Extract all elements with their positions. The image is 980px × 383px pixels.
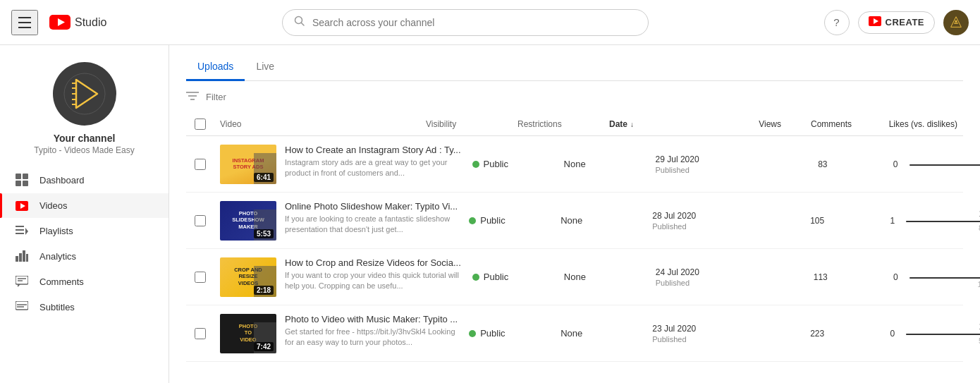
- svg-rect-18: [16, 181, 21, 186]
- visibility-dot: [469, 217, 476, 224]
- likes-count: 5 likes: [906, 336, 980, 345]
- date-secondary: Published: [656, 166, 757, 174]
- channel-name: Your channel: [54, 133, 116, 144]
- restrictions-cell: None: [555, 328, 647, 339]
- menu-button[interactable]: [11, 10, 38, 35]
- likes-percentage: 100%: [906, 209, 980, 219]
- search-input[interactable]: [312, 17, 637, 28]
- svg-rect-26: [16, 256, 18, 262]
- table-row: PHOTOTOVIDEO 7:42 Photo to Video with Mu…: [186, 305, 963, 362]
- header-comments-col: Comments: [787, 119, 857, 129]
- video-description: If you want to crop your video this quic…: [285, 270, 461, 292]
- sidebar-item-subtitles[interactable]: Subtitles: [0, 294, 169, 320]
- date-secondary: Published: [652, 222, 754, 231]
- svg-rect-28: [23, 250, 25, 262]
- visibility-text: Public: [484, 159, 508, 169]
- main-content: Uploads Live Video Visibility Restrictio…: [169, 45, 980, 383]
- visibility-cell: Public: [467, 272, 558, 282]
- likes-cell: 100% 5 likes: [900, 322, 980, 345]
- dashboard-icon: [14, 174, 30, 186]
- header-likes-col: Likes (vs. dislikes): [857, 119, 963, 129]
- visibility-dot: [472, 274, 479, 281]
- youtube-icon: [49, 15, 71, 30]
- header-left: Studio: [11, 10, 106, 35]
- likes-percentage: 100%: [906, 322, 980, 332]
- likes-bar: [909, 277, 980, 279]
- likes-fill: [906, 221, 980, 222]
- row-checkbox[interactable]: [195, 272, 206, 283]
- video-description: Get started for free - https://bit.ly/3h…: [285, 327, 458, 348]
- likes-cell: 100% 10 likes: [904, 265, 980, 288]
- visibility-text: Public: [484, 272, 508, 282]
- header-restrictions-col: Restrictions: [512, 119, 604, 129]
- video-cell: INSTAGRAMSTORY ADS 6:41 How to Create an…: [214, 145, 467, 184]
- comments-cell: 0: [833, 159, 904, 169]
- video-thumbnail[interactable]: PHOTOTOVIDEO 7:42: [220, 314, 276, 353]
- header: Studio ? CREATE: [0, 0, 980, 45]
- channel-avatar[interactable]: [53, 62, 116, 126]
- date-primary: 28 Jul 2020: [652, 211, 754, 221]
- sidebar-label-subtitles: Subtitles: [39, 302, 75, 312]
- tab-live[interactable]: Live: [245, 54, 286, 81]
- search-bar: [106, 9, 823, 36]
- channel-info: Your channel Typito - Videos Made Easy: [23, 45, 146, 166]
- sort-icon: ↓: [630, 121, 634, 128]
- row-checkbox-wrap: [186, 272, 214, 283]
- search-input-wrap[interactable]: [282, 9, 649, 36]
- create-icon: [869, 16, 881, 29]
- subtitles-icon: [14, 301, 30, 312]
- tab-uploads[interactable]: Uploads: [186, 54, 245, 81]
- header-right: ? CREATE: [824, 10, 969, 35]
- channel-subtitle: Typito - Videos Made Easy: [34, 145, 135, 155]
- avatar[interactable]: [943, 10, 969, 35]
- filter-input[interactable]: [206, 92, 324, 102]
- date-primary: 29 Jul 2020: [656, 154, 757, 164]
- svg-rect-16: [16, 174, 21, 179]
- sidebar-item-videos[interactable]: Videos: [0, 193, 169, 218]
- sidebar-item-playlists[interactable]: Playlists: [0, 218, 169, 243]
- svg-marker-25: [25, 228, 28, 235]
- video-icon: [14, 201, 30, 211]
- search-icon: [294, 16, 305, 29]
- sidebar-label-dashboard: Dashboard: [39, 175, 85, 186]
- row-checkbox[interactable]: [195, 159, 206, 170]
- likes-fill: [909, 164, 980, 166]
- likes-bar: [906, 221, 980, 222]
- views-cell: 113: [763, 272, 833, 282]
- svg-rect-17: [23, 174, 28, 179]
- video-thumbnail[interactable]: CROP ANDRESIZE VIDEOS 2:18: [220, 257, 276, 297]
- video-title: Online Photo Slideshow Maker: Typito Vi.…: [285, 201, 458, 212]
- likes-count: 7 likes: [909, 167, 980, 176]
- svg-rect-30: [16, 276, 28, 284]
- header-date-col[interactable]: Date ↓: [604, 119, 716, 129]
- header-video-col: Video: [214, 119, 420, 129]
- comments-cell: 1: [830, 216, 900, 226]
- row-checkbox[interactable]: [195, 328, 206, 339]
- row-checkbox[interactable]: [195, 215, 206, 226]
- sidebar-label-comments: Comments: [39, 276, 84, 287]
- video-rows-container: INSTAGRAMSTORY ADS 6:41 How to Create an…: [186, 136, 963, 362]
- sidebar-item-comments[interactable]: Comments: [0, 269, 169, 294]
- date-cell: 28 Jul 2020 Published: [647, 211, 759, 231]
- sidebar-item-dashboard[interactable]: Dashboard: [0, 166, 169, 193]
- logo[interactable]: Studio: [49, 15, 106, 30]
- analytics-icon: [14, 250, 30, 262]
- row-checkbox-wrap: [186, 159, 214, 170]
- visibility-cell: Public: [467, 159, 558, 169]
- sidebar-item-analytics[interactable]: Analytics: [0, 243, 169, 269]
- video-thumbnail[interactable]: INSTAGRAMSTORY ADS 6:41: [220, 145, 276, 184]
- svg-rect-29: [26, 254, 28, 262]
- video-info: Online Photo Slideshow Maker: Typito Vi.…: [285, 201, 458, 236]
- video-thumbnail[interactable]: PHOTO SLIDESHOWMAKER 5:53: [220, 201, 276, 241]
- help-button[interactable]: ?: [824, 10, 850, 35]
- table-header: Video Visibility Restrictions Date ↓ Vie…: [186, 113, 963, 136]
- filter-icon: [186, 90, 199, 104]
- visibility-cell: Public: [463, 328, 555, 339]
- row-checkbox-wrap: [186, 328, 214, 339]
- restrictions-cell: None: [555, 215, 647, 226]
- create-button[interactable]: CREATE: [858, 11, 935, 34]
- video-description: If you are looking to create a fantastic…: [285, 214, 458, 236]
- playlist-icon: [14, 225, 30, 236]
- select-all-checkbox[interactable]: [195, 118, 206, 130]
- likes-cell: 100% 7 likes: [904, 152, 980, 176]
